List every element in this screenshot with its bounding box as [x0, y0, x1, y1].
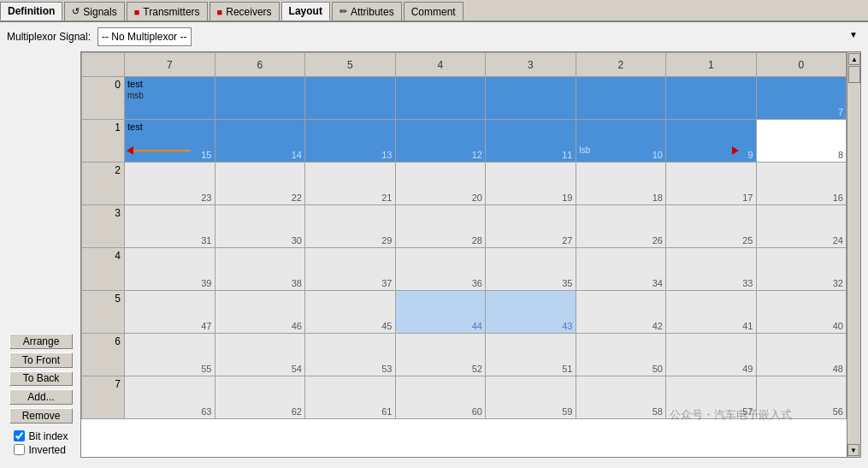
cell-0-4[interactable]	[395, 77, 486, 120]
cell-1-0[interactable]: 8	[756, 120, 847, 163]
cell-5-4[interactable]: 44	[395, 291, 486, 334]
cell-4-0[interactable]: 32	[756, 248, 847, 291]
add-button[interactable]: Add...	[9, 389, 73, 405]
remove-button[interactable]: Remove	[9, 408, 73, 424]
to-back-button[interactable]: To Back	[9, 371, 73, 387]
cell-2-0[interactable]: 16	[756, 163, 847, 205]
cell-num-5-7: 47	[201, 321, 211, 331]
cell-1-3[interactable]: 11	[486, 120, 576, 163]
scrollbar[interactable]: ▲ ▼	[847, 52, 860, 457]
row-num-3: 3	[82, 205, 125, 248]
tab-signals[interactable]: ↺ Signals	[64, 2, 124, 21]
cell-5-6[interactable]: 46	[215, 291, 305, 334]
cell-6-2[interactable]: 50	[576, 334, 666, 376]
cell-5-2[interactable]: 42	[576, 291, 666, 334]
cell-num-6-3: 51	[562, 364, 572, 374]
inverted-checkbox[interactable]	[14, 444, 25, 455]
cell-6-1[interactable]: 49	[666, 334, 757, 376]
tab-attributes[interactable]: ✏ Attributes	[332, 2, 402, 21]
cell-num-7-5: 61	[381, 406, 392, 417]
cell-2-3[interactable]: 19	[486, 163, 576, 205]
arrange-button[interactable]: Arrange	[9, 334, 73, 349]
grid-table: 7 6 5 4 3 2 1 0 0 test	[81, 52, 847, 419]
cell-num-7-3: 59	[562, 406, 572, 417]
tab-receivers[interactable]: ■ Receivers	[210, 2, 280, 21]
cell-7-7[interactable]: 63	[125, 376, 216, 419]
cell-6-7[interactable]: 55	[125, 334, 216, 376]
cell-1-1[interactable]: 9	[666, 120, 757, 163]
cell-1-7[interactable]: test 15	[125, 120, 216, 163]
cell-1-4[interactable]: 12	[395, 120, 486, 163]
row-num-2: 2	[82, 163, 125, 205]
cell-num-1-7: 15	[201, 150, 211, 160]
grid-container: ▲ ▼ 7 6 5 4 3 2 1 0	[80, 51, 861, 458]
cell-4-2[interactable]: 34	[576, 248, 666, 291]
cell-5-0[interactable]: 40	[756, 291, 847, 334]
cell-1-5[interactable]: 13	[305, 120, 396, 163]
cell-3-7[interactable]: 31	[125, 205, 216, 248]
tab-layout[interactable]: Layout	[281, 2, 330, 21]
cell-num-6-2: 50	[652, 364, 663, 374]
row-num-5: 5	[82, 291, 125, 334]
cell-0-2[interactable]	[576, 77, 666, 120]
cell-4-6[interactable]: 38	[215, 248, 305, 291]
tab-comment[interactable]: Comment	[404, 2, 464, 21]
cell-0-0[interactable]: 7	[756, 77, 847, 120]
cell-3-0[interactable]: 24	[756, 205, 847, 248]
cell-5-7[interactable]: 47	[125, 291, 216, 334]
cell-1-2[interactable]: lsb 10	[576, 120, 666, 163]
bit-index-checkbox[interactable]	[14, 430, 25, 441]
cell-3-6[interactable]: 30	[215, 205, 305, 248]
grid-corner	[82, 53, 125, 77]
cell-6-6[interactable]: 54	[215, 334, 305, 376]
cell-4-5[interactable]: 37	[305, 248, 396, 291]
cell-6-3[interactable]: 51	[486, 334, 576, 376]
cell-7-5[interactable]: 61	[305, 376, 396, 419]
mux-select[interactable]: -- No Multiplexor --	[97, 27, 192, 46]
cell-7-2[interactable]: 58	[576, 376, 666, 419]
table-row: 3 31 30 29 28 27 26 25 24	[82, 205, 847, 248]
cell-2-7[interactable]: 23	[125, 163, 216, 205]
cell-5-5[interactable]: 45	[305, 291, 396, 334]
cell-4-1[interactable]: 33	[666, 248, 757, 291]
cell-0-6[interactable]	[215, 77, 305, 120]
cell-0-7[interactable]: test msb	[125, 77, 216, 120]
tab-definition[interactable]: Definition	[0, 2, 62, 21]
scroll-up-arrow[interactable]: ▲	[848, 53, 860, 65]
cell-5-1[interactable]: 41	[666, 291, 757, 334]
cell-2-4[interactable]: 20	[395, 163, 486, 205]
tab-transmitters[interactable]: ■ Transmitters	[127, 2, 208, 21]
cell-2-6[interactable]: 22	[215, 163, 305, 205]
cell-0-1[interactable]	[666, 77, 757, 120]
cell-4-4[interactable]: 36	[395, 248, 486, 291]
cell-5-3[interactable]: 43	[486, 291, 576, 334]
scroll-down-arrow[interactable]: ▼	[847, 444, 859, 456]
cell-7-3[interactable]: 59	[486, 376, 576, 419]
cell-7-4[interactable]: 60	[395, 376, 486, 419]
orange-line	[133, 150, 191, 151]
cell-2-5[interactable]: 21	[305, 163, 396, 205]
cell-0-5[interactable]	[305, 77, 396, 120]
cell-2-1[interactable]: 17	[666, 163, 757, 205]
cell-4-7[interactable]: 39	[125, 248, 216, 291]
cell-0-3[interactable]	[486, 77, 576, 120]
cell-3-1[interactable]: 25	[666, 205, 757, 248]
cell-6-4[interactable]: 52	[395, 334, 486, 376]
layout-area: Arrange To Front To Back Add... Remove B…	[7, 51, 861, 458]
cell-7-6[interactable]: 62	[215, 376, 305, 419]
cell-6-5[interactable]: 53	[305, 334, 396, 376]
cell-2-2[interactable]: 18	[576, 163, 666, 205]
cell-7-1[interactable]: 57	[666, 376, 757, 419]
cell-3-3[interactable]: 27	[486, 205, 576, 248]
cell-3-5[interactable]: 29	[305, 205, 396, 248]
signal-label-test-1: test	[127, 121, 143, 132]
cell-6-0[interactable]: 48	[756, 334, 847, 376]
scroll-thumb[interactable]	[848, 66, 860, 83]
cell-3-2[interactable]: 26	[576, 205, 666, 248]
to-front-button[interactable]: To Front	[9, 352, 73, 368]
cell-7-0[interactable]: 56	[756, 376, 847, 419]
cell-num-7-1: 57	[742, 406, 753, 417]
cell-3-4[interactable]: 28	[395, 205, 486, 248]
cell-1-6[interactable]: 14	[215, 120, 305, 163]
cell-4-3[interactable]: 35	[486, 248, 576, 291]
